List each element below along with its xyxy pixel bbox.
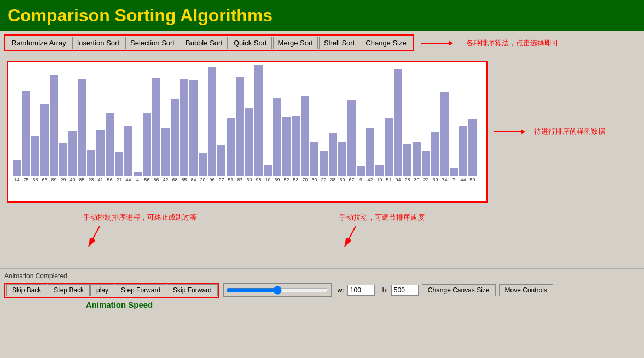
skip-forward-button[interactable]: Skip Forward <box>167 284 218 296</box>
bar-column: 89 <box>50 75 58 183</box>
step-back-button[interactable]: Step Back <box>48 284 90 296</box>
bar-column: 14 <box>13 160 21 183</box>
bar-label: 87 <box>237 177 242 183</box>
bar-label: 20 <box>200 177 205 183</box>
bar-column: 39 <box>431 132 439 183</box>
bar-column: 69 <box>273 98 281 183</box>
controls-annotation-container: 手动控制排序进程，可终止或跳过等 <box>83 213 197 251</box>
controls-arrow-icon <box>83 224 116 251</box>
move-controls-button[interactable]: Move Controls <box>499 284 553 296</box>
bar-column: 98 <box>254 65 263 183</box>
bar-column: 63 <box>40 104 49 183</box>
speed-slider-container <box>223 283 332 297</box>
width-input[interactable] <box>347 285 375 296</box>
bar-label: 96 <box>209 177 214 183</box>
bar-column: 42 <box>366 128 374 183</box>
bar-label: 4 <box>136 177 139 183</box>
bar-column: 30 <box>310 142 318 183</box>
bar <box>78 79 86 176</box>
bar-label: 10 <box>376 177 382 183</box>
bar <box>50 75 58 176</box>
bar <box>199 153 207 176</box>
skip-back-button[interactable]: Skip Back <box>6 284 47 296</box>
bar-label: 85 <box>181 177 187 183</box>
bar <box>375 165 384 176</box>
bar-label: 89 <box>51 177 56 183</box>
svg-line-1 <box>89 226 100 247</box>
bar-column: 21 <box>115 152 123 183</box>
play-button[interactable]: play <box>90 284 114 296</box>
selection-sort-button[interactable]: Selection Sort <box>125 37 179 49</box>
bar-column: 56 <box>143 113 151 183</box>
bar <box>394 69 402 176</box>
bar <box>13 160 21 176</box>
bar <box>422 151 430 176</box>
bar-label: 14 <box>14 177 19 183</box>
chart-arrow-icon <box>494 129 525 134</box>
bar-column: 35 <box>31 136 39 183</box>
bar <box>124 126 132 176</box>
bar <box>282 117 291 176</box>
bar <box>264 165 272 176</box>
bar <box>236 77 244 176</box>
bar-column: 51 <box>385 118 393 183</box>
chart-section: 1475356389294085234156214445686426885842… <box>7 61 637 203</box>
bar-label: 44 <box>460 177 466 183</box>
bar-column: 53 <box>292 116 300 183</box>
bar <box>320 151 328 176</box>
bar <box>245 108 253 176</box>
randomize-array-button[interactable]: Randomize Array <box>7 37 71 49</box>
bar <box>403 144 411 176</box>
bar-label: 63 <box>42 177 47 183</box>
animation-speed-label: Animation Speed <box>4 300 234 309</box>
merge-sort-button[interactable]: Merge Sort <box>273 37 318 49</box>
bar-label: 9 <box>359 177 362 183</box>
speed-annotation-container: 手动拉动，可调节排序速度 <box>339 213 425 251</box>
change-canvas-size-button[interactable]: Change Canvas Size <box>422 284 496 296</box>
bar <box>152 78 160 176</box>
svg-line-2 <box>345 226 356 247</box>
quick-sort-button[interactable]: Quick Sort <box>229 37 272 49</box>
bar-label: 67 <box>349 177 354 183</box>
change-size-button[interactable]: Change Size <box>361 37 411 49</box>
step-forward-button[interactable]: Step Forward <box>115 284 166 296</box>
bar <box>68 131 77 176</box>
shell-sort-button[interactable]: Shell Sort <box>319 37 359 49</box>
bar-label: 23 <box>88 177 94 183</box>
bar <box>59 143 67 176</box>
bar <box>180 79 188 176</box>
bar <box>143 113 151 176</box>
middle-area: 手动控制排序进程，可终止或跳过等 手动拉动，可调节排序速度 <box>7 203 637 263</box>
bar-label: 35 <box>32 177 38 183</box>
bar <box>40 104 49 176</box>
bar <box>440 92 449 176</box>
bar-label: 86 <box>153 177 159 183</box>
bar-label: 84 <box>190 177 196 183</box>
toolbar-arrow-icon <box>421 40 453 46</box>
bar-label: 52 <box>283 177 289 183</box>
bar <box>468 119 477 176</box>
bar-column: 30 <box>413 142 421 183</box>
bar-column: 22 <box>320 151 328 183</box>
animation-speed-slider[interactable] <box>226 286 329 295</box>
bubble-sort-button[interactable]: Bubble Sort <box>181 37 228 49</box>
bar-column: 67 <box>347 100 356 183</box>
height-input[interactable] <box>391 285 419 296</box>
bar-label: 69 <box>274 177 280 183</box>
bar-column: 29 <box>59 143 67 183</box>
insertion-sort-button[interactable]: Insertion Sort <box>72 37 124 49</box>
bar-column: 44 <box>124 126 132 183</box>
bar-column: 30 <box>338 142 346 183</box>
bar-label: 22 <box>423 177 428 183</box>
bar <box>450 168 458 176</box>
bottom-bar: Animation Completed Skip Back Step Back … <box>0 268 644 313</box>
bar <box>292 116 300 176</box>
bar <box>366 128 374 176</box>
bar-column: 4 <box>134 172 142 183</box>
bar-label: 56 <box>107 177 112 183</box>
bar-label: 98 <box>256 177 261 183</box>
bar <box>273 98 281 176</box>
bar-label: 44 <box>125 177 131 183</box>
bar-column: 23 <box>87 150 95 183</box>
bar <box>96 130 105 176</box>
